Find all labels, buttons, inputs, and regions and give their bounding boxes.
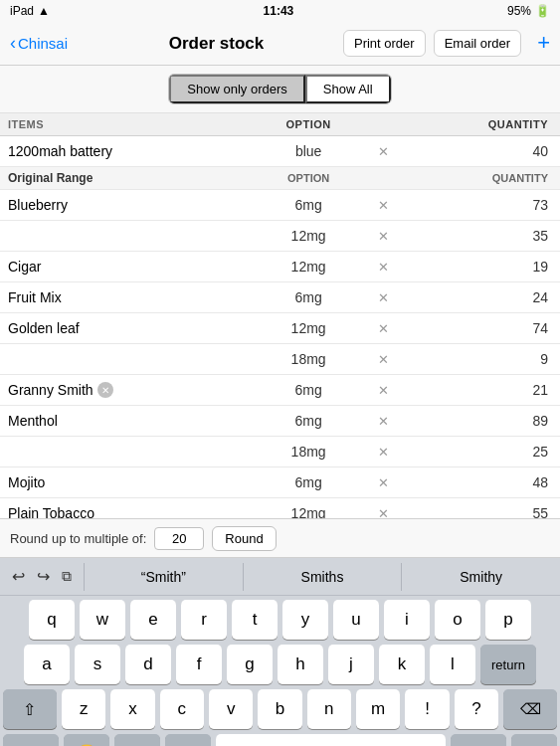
round-button[interactable]: Round <box>212 526 276 551</box>
key-f[interactable]: f <box>176 645 222 684</box>
numbers-key-right[interactable]: .?123 <box>451 734 506 746</box>
status-time: 11:43 <box>264 4 294 18</box>
email-order-button[interactable]: Email order <box>434 30 521 57</box>
item-x[interactable]: ✕ <box>370 252 397 282</box>
item-name: Mojito <box>0 467 247 498</box>
clear-input-icon[interactable]: ✕ <box>97 382 113 398</box>
key-j[interactable]: j <box>328 645 374 684</box>
key-m[interactable]: m <box>356 689 400 729</box>
key-p[interactable]: p <box>485 600 531 640</box>
key-t[interactable]: t <box>232 600 278 640</box>
round-label: Round up to multiple of: <box>10 531 146 546</box>
section-col-qty: QUANTITY <box>397 167 560 190</box>
item-x[interactable]: ✕ <box>370 344 397 375</box>
table-row: 18mg ✕ 9 <box>0 344 560 375</box>
key-k[interactable]: k <box>379 645 425 684</box>
key-e[interactable]: e <box>130 600 176 640</box>
key-row-3: ⇧ z x c v b n m ! ? ⌫ <box>3 689 557 729</box>
undo-redo-controls: ↩ ↪ ⧉ <box>0 563 84 590</box>
key-s[interactable]: s <box>75 645 120 684</box>
key-r[interactable]: r <box>181 600 227 640</box>
space-key[interactable]: space <box>216 734 446 746</box>
key-y[interactable]: y <box>282 600 328 640</box>
key-w[interactable]: w <box>80 600 125 640</box>
section-col-option: OPTION <box>247 167 371 190</box>
key-l[interactable]: l <box>430 645 475 684</box>
item-x[interactable]: ✕ <box>370 406 397 437</box>
key-h[interactable]: h <box>278 645 323 684</box>
key-o[interactable]: o <box>435 600 480 640</box>
redo-button[interactable]: ↪ <box>31 563 56 590</box>
item-x[interactable]: ✕ <box>370 221 397 252</box>
table-row: Menthol 6mg ✕ 89 <box>0 406 560 437</box>
item-qty: 21 <box>397 375 560 406</box>
key-b[interactable]: b <box>258 689 301 729</box>
item-x[interactable]: ✕ <box>370 437 397 467</box>
table-wrapper: Items OPTION QUANTITY 1200mah battery bl… <box>0 113 560 518</box>
key-a[interactable]: a <box>24 645 70 684</box>
key-rows: q w e r t y u i o p a s d f g h j k l re… <box>0 596 560 746</box>
key-n[interactable]: n <box>307 689 351 729</box>
key-question[interactable]: ? <box>455 689 498 729</box>
key-v[interactable]: v <box>209 689 253 729</box>
item-name: Golden leaf <box>0 313 247 344</box>
item-name[interactable]: Granny Smith ✕ <box>0 375 247 406</box>
item-name <box>0 221 247 252</box>
wifi-icon: ▲ <box>38 4 50 18</box>
numbers-key-left[interactable]: .?123 <box>3 734 59 746</box>
table-row: Cigar 12mg ✕ 19 <box>0 252 560 282</box>
suggestion-item-1[interactable]: Smiths <box>243 563 402 591</box>
globe-key[interactable]: ⌨️ <box>165 734 211 746</box>
item-qty: 40 <box>397 136 560 167</box>
status-left: iPad ▲ <box>10 4 50 18</box>
battery-icon: 🔋 <box>535 4 550 18</box>
key-row-4: .?123 😊 🎤 ⌨️ space .?123 ⌨️ <box>3 734 557 746</box>
suggestion-item-0[interactable]: “Smith” <box>84 563 243 591</box>
table-row: 1200mah battery blue ✕ 40 <box>0 136 560 167</box>
key-x[interactable]: x <box>110 689 154 729</box>
key-i[interactable]: i <box>384 600 430 640</box>
item-x[interactable]: ✕ <box>370 375 397 406</box>
item-x[interactable]: ✕ <box>370 313 397 344</box>
undo-button[interactable]: ↩ <box>6 563 31 590</box>
add-item-button[interactable]: + <box>537 30 550 57</box>
table-header-row: Items OPTION QUANTITY <box>0 113 560 136</box>
item-x[interactable]: ✕ <box>370 190 397 221</box>
key-row-2: a s d f g h j k l return <box>3 645 557 684</box>
table-row: 18mg ✕ 25 <box>0 437 560 467</box>
round-input[interactable] <box>154 527 204 550</box>
round-up-bar: Round up to multiple of: Round <box>0 518 560 558</box>
key-z[interactable]: z <box>62 689 105 729</box>
table-row: Granny Smith ✕ 6mg ✕ 21 <box>0 375 560 406</box>
item-option: 6mg <box>247 282 371 313</box>
show-orders-tab[interactable]: Show only orders <box>169 75 304 103</box>
item-qty: 48 <box>397 467 560 498</box>
item-option: 12mg <box>247 313 371 344</box>
item-x[interactable]: ✕ <box>370 467 397 498</box>
item-x[interactable]: ✕ <box>370 282 397 313</box>
print-order-button[interactable]: Print order <box>343 30 426 57</box>
shift-key[interactable]: ⇧ <box>3 689 57 729</box>
key-c[interactable]: c <box>160 689 204 729</box>
item-option: 6mg <box>247 406 371 437</box>
keyboard-hide-key[interactable]: ⌨️ <box>511 734 557 746</box>
mic-key[interactable]: 🎤 <box>114 734 160 746</box>
section-header-row: Original Range OPTION QUANTITY <box>0 167 560 190</box>
key-q[interactable]: q <box>29 600 75 640</box>
suggestion-item-2[interactable]: Smithy <box>401 563 560 591</box>
item-qty: 19 <box>397 252 560 282</box>
clipboard-button[interactable]: ⧉ <box>56 564 78 589</box>
key-d[interactable]: d <box>125 645 171 684</box>
show-all-tab[interactable]: Show All <box>305 75 391 103</box>
key-exclamation[interactable]: ! <box>405 689 449 729</box>
item-x[interactable]: ✕ <box>370 498 397 519</box>
table-row: 12mg ✕ 35 <box>0 221 560 252</box>
emoji-key[interactable]: 😊 <box>64 734 109 746</box>
item-x[interactable]: ✕ <box>370 136 397 167</box>
backspace-key[interactable]: ⌫ <box>503 689 557 729</box>
key-g[interactable]: g <box>227 645 273 684</box>
return-key[interactable]: return <box>480 645 536 684</box>
item-option: 6mg <box>247 375 371 406</box>
key-u[interactable]: u <box>333 600 379 640</box>
back-button[interactable]: ‹ Chinsai <box>10 33 90 54</box>
